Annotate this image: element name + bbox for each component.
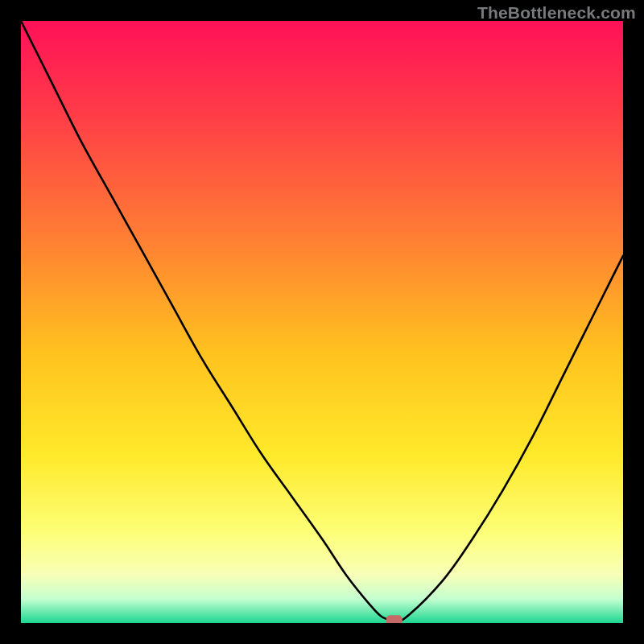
watermark-label: TheBottleneck.com bbox=[477, 3, 636, 23]
minimum-marker bbox=[386, 615, 402, 623]
bottleneck-plot bbox=[21, 21, 623, 623]
chart-frame: TheBottleneck.com bbox=[0, 0, 644, 644]
plot-background bbox=[21, 21, 623, 623]
